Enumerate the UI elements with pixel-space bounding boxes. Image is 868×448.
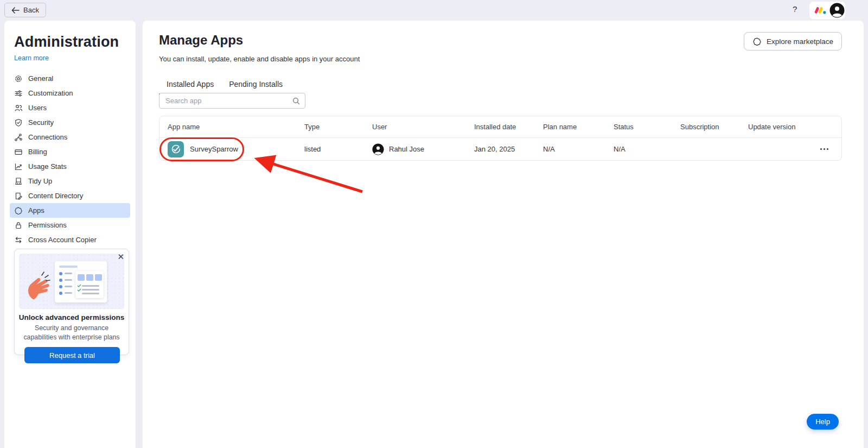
sliders-icon	[14, 89, 23, 98]
users-icon	[14, 104, 23, 112]
marketplace-icon	[752, 37, 762, 46]
request-trial-button[interactable]: Request a trial	[24, 347, 120, 363]
lock-icon	[14, 221, 23, 230]
sidebar-item-label: Apps	[28, 206, 44, 214]
top-bar: Back ?	[0, 0, 868, 21]
sidebar-item-label: General	[28, 74, 53, 83]
broom-icon	[14, 177, 23, 186]
table-header-row: App name Type User Installed date Plan n…	[159, 116, 841, 138]
page-subtitle: You can install, update, enable and disa…	[159, 55, 360, 63]
tab-pending-installs[interactable]: Pending Installs	[221, 75, 290, 94]
sidebar-item-tidy-up[interactable]: Tidy Up	[10, 174, 130, 188]
app-name: SurveySparrow	[190, 145, 238, 153]
page-title: Manage Apps	[159, 33, 243, 48]
sidebar-item-label: Tidy Up	[28, 177, 52, 185]
sidebar-nav: General Customization Users Security Con…	[10, 71, 130, 247]
sidebar-item-label: Cross Account Copier	[28, 236, 97, 244]
sidebar-item-label: Usage Stats	[28, 162, 67, 171]
explore-marketplace-label: Explore marketplace	[767, 37, 833, 46]
sidebar-item-label: Content Directory	[28, 192, 83, 200]
sidebar-item-label: Users	[28, 104, 47, 112]
col-status: Status	[605, 123, 672, 131]
sidebar-title: Administration	[14, 34, 126, 51]
help-button[interactable]: Help	[807, 414, 839, 430]
table-row[interactable]: SurveySparrow listed Rahul Jose Jan 20, …	[159, 138, 841, 160]
sidebar-item-usage-stats[interactable]: Usage Stats	[10, 159, 130, 174]
monday-logo-icon[interactable]	[813, 4, 827, 16]
search-icon	[292, 97, 300, 105]
sidebar-item-general[interactable]: General	[10, 71, 130, 86]
sidebar-item-cross-account-copier[interactable]: Cross Account Copier	[10, 232, 130, 247]
learn-more-link[interactable]: Learn more	[14, 54, 49, 62]
account-pill	[809, 2, 845, 19]
promo-title: Unlock advanced permissions	[15, 313, 129, 321]
connections-icon	[14, 133, 23, 142]
col-update-version: Update version	[740, 123, 810, 131]
sidebar-item-customization[interactable]: Customization	[10, 86, 130, 100]
transfer-arrows-icon	[14, 236, 23, 244]
plan-name: N/A	[535, 145, 605, 153]
explore-marketplace-button[interactable]: Explore marketplace	[744, 32, 842, 51]
sidebar-item-label: Connections	[28, 133, 67, 141]
arrow-left-icon	[11, 7, 20, 14]
sidebar-item-connections[interactable]: Connections	[10, 130, 130, 144]
shield-icon	[14, 118, 23, 127]
col-plan-name: Plan name	[535, 123, 605, 131]
chart-icon	[14, 162, 23, 171]
sidebar-item-billing[interactable]: Billing	[10, 144, 130, 159]
installed-date: Jan 20, 2025	[466, 145, 535, 153]
enterprise-promo-card: ✕ Unlock advanced perm	[14, 249, 129, 355]
user-avatar[interactable]	[829, 3, 845, 18]
sidebar-item-users[interactable]: Users	[10, 100, 130, 115]
tab-installed-apps[interactable]: Installed Apps	[159, 75, 221, 94]
sidebar-item-label: Customization	[28, 89, 73, 97]
sidebar-item-permissions[interactable]: Permissions	[10, 218, 130, 232]
credit-card-icon	[14, 148, 23, 156]
sidebar-item-security[interactable]: Security	[10, 115, 130, 130]
app-type: listed	[296, 145, 364, 153]
promo-subtitle: Security and governance capabilities wit…	[22, 324, 121, 342]
col-subscription: Subscription	[672, 123, 740, 131]
sidebar-item-label: Permissions	[28, 221, 67, 229]
apps-icon	[14, 206, 23, 215]
back-button[interactable]: Back	[4, 3, 46, 17]
col-app-name: App name	[159, 123, 296, 131]
row-menu-icon[interactable]	[819, 146, 829, 152]
manage-apps-panel: Manage Apps You can install, update, ena…	[143, 21, 864, 448]
user-name: Rahul Jose	[389, 145, 424, 153]
search-input[interactable]	[159, 97, 292, 105]
apps-tabs: Installed Apps Pending Installs	[159, 75, 295, 94]
admin-sidebar: Administration Learn more General Custom…	[4, 21, 136, 448]
status: N/A	[605, 145, 672, 153]
user-avatar-small	[372, 143, 384, 155]
sidebar-item-apps[interactable]: Apps	[10, 203, 130, 218]
app-search	[159, 93, 305, 109]
back-label: Back	[23, 6, 39, 14]
question-mark-icon[interactable]: ?	[793, 4, 797, 14]
col-type: Type	[296, 123, 364, 131]
hand-snap-illustration	[25, 268, 56, 301]
promo-illustration	[19, 254, 124, 309]
sidebar-item-content-directory[interactable]: Content Directory	[10, 188, 130, 203]
surveysparrow-app-icon	[168, 141, 184, 157]
col-installed-date: Installed date	[466, 123, 535, 131]
gear-icon	[14, 74, 23, 83]
document-pencil-icon	[14, 192, 23, 200]
installed-apps-table: App name Type User Installed date Plan n…	[159, 116, 842, 161]
col-user: User	[364, 123, 466, 131]
close-icon[interactable]: ✕	[117, 253, 124, 261]
sidebar-item-label: Security	[28, 118, 54, 127]
sidebar-item-label: Billing	[28, 148, 47, 156]
